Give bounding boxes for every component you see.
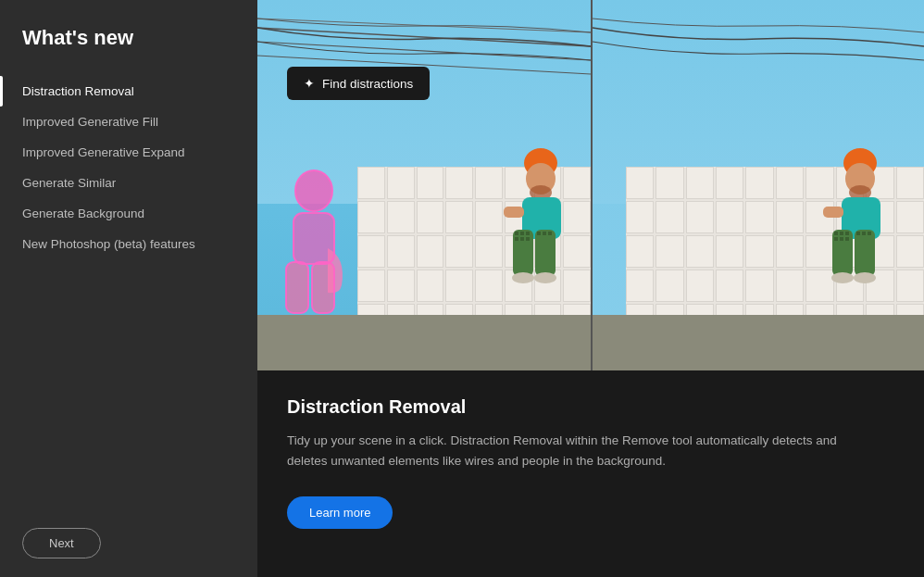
after-ground [593,315,924,370]
svg-rect-15 [535,230,556,276]
svg-rect-11 [526,232,530,235]
svg-rect-41 [855,230,875,276]
main-person-before [494,146,578,304]
svg-rect-17 [543,232,546,235]
feature-description: Tidy up your scene in a click. Distracti… [287,431,843,470]
main-content: ✦ Find distractions [257,0,924,577]
svg-rect-16 [537,232,541,235]
svg-rect-44 [868,232,871,235]
sidebar-footer: Next [0,509,257,577]
svg-rect-47 [823,207,843,218]
svg-rect-35 [834,232,838,235]
svg-rect-13 [520,237,524,241]
svg-rect-42 [856,232,860,235]
svg-rect-18 [548,232,552,235]
sidebar-item-improved-generative-expand[interactable]: Improved Generative Expand [0,137,257,168]
svg-point-20 [534,272,556,283]
sidebar-title: What's new [0,26,257,76]
svg-rect-37 [845,232,849,235]
wand-icon: ✦ [304,76,315,91]
distraction-person [268,165,369,341]
svg-rect-36 [840,232,843,235]
svg-rect-43 [862,232,866,235]
svg-point-19 [512,272,534,283]
image-comparison: ✦ Find distractions [257,0,924,370]
svg-point-46 [854,272,876,283]
find-distractions-button[interactable]: ✦ Find distractions [287,67,430,100]
learn-more-button[interactable]: Learn more [287,496,393,529]
svg-rect-39 [840,237,843,241]
svg-rect-34 [832,230,853,276]
sidebar-item-new-photoshop-beta[interactable]: New Photoshop (beta) features [0,229,257,259]
svg-rect-8 [513,230,533,276]
svg-rect-38 [834,237,838,241]
svg-rect-24 [286,262,308,313]
sidebar-item-generate-similar[interactable]: Generate Similar [0,168,257,198]
svg-rect-21 [504,207,524,218]
image-after [591,0,924,370]
sidebar-item-improved-generative-fill[interactable]: Improved Generative Fill [0,107,257,137]
main-person-after [814,146,897,304]
sidebar-item-generate-background[interactable]: Generate Background [0,198,257,229]
svg-rect-9 [515,232,518,235]
svg-rect-12 [515,237,518,241]
image-before: ✦ Find distractions [257,0,591,370]
sidebar: What's new Distraction Removal Improved … [0,0,257,577]
svg-rect-14 [526,237,530,241]
feature-title: Distraction Removal [287,396,894,418]
next-button[interactable]: Next [22,528,101,558]
sidebar-item-distraction-removal[interactable]: Distraction Removal [0,76,257,107]
find-distractions-label: Find distractions [322,77,413,91]
svg-rect-10 [520,232,524,235]
svg-rect-40 [845,237,849,241]
svg-point-45 [831,272,854,283]
description-area: Distraction Removal Tidy up your scene i… [257,370,924,551]
nav-list: Distraction Removal Improved Generative … [0,76,257,509]
